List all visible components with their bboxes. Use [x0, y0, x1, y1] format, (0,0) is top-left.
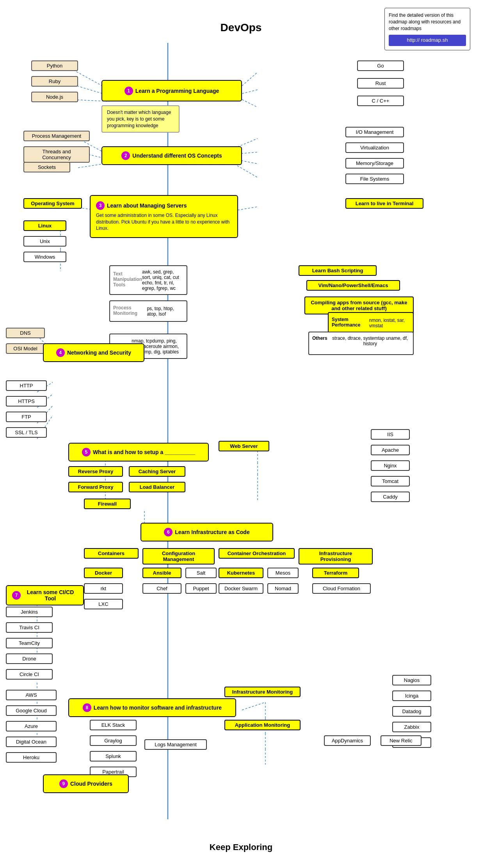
s5-main: 5 What is and how to setup a __________	[68, 443, 209, 462]
sys-perf-box: System Performance nmon, iostat, sar, vm…	[328, 312, 414, 334]
icinga-node: Icinga	[392, 690, 431, 701]
unix-node: Unix	[23, 236, 66, 247]
datadog-node: Datadog	[392, 706, 431, 717]
s3-main: 3 Learn about Managing Servers Get some …	[90, 195, 238, 238]
s6-label: Learn Infrastructure as Code	[175, 529, 249, 535]
proc-monitor-sub: ps, top, htop, atop, lsof	[147, 306, 183, 317]
app-monitoring-node: Application Monitoring	[224, 720, 301, 730]
process-mgmt-node: Process Management	[23, 131, 90, 141]
ssl-node: SSL / TLS	[6, 427, 47, 438]
google-cloud-node: Google Cloud	[6, 705, 57, 716]
azure-node: Azure	[6, 721, 57, 731]
threads-node: Threads and Concurrency	[23, 146, 90, 163]
terminal-node: Learn to live in Terminal	[345, 198, 423, 209]
elk-stack-node: ELK Stack	[90, 720, 137, 730]
graylog-node: Graylog	[90, 735, 137, 746]
s9-label: Cloud Providers	[70, 781, 112, 787]
io-mgmt-node: I/O Management	[345, 127, 404, 137]
cpp-node: C / C++	[357, 96, 404, 106]
splunk-node: Splunk	[90, 751, 137, 761]
text-manip-sub: awk, sed, grep, sort, uniq, cat, cut ech…	[142, 269, 183, 291]
linux-node: Linux	[23, 220, 66, 231]
chef-node: Chef	[142, 583, 181, 594]
svg-line-41	[242, 702, 265, 710]
digital-ocean-node: Digital Ocean	[6, 737, 57, 747]
roadmap-url[interactable]: http:// roadmap.sh	[389, 35, 466, 46]
nomad-node: Nomad	[267, 583, 299, 594]
svg-line-4	[242, 72, 258, 86]
s2-main: 2 Understand different OS Concepts	[101, 146, 242, 165]
mesos-node: Mesos	[267, 568, 299, 578]
virtualization-node: Virtualization	[345, 142, 404, 153]
iis-node: IIS	[371, 429, 410, 440]
text-manip-title: Text Manipulation Tools	[113, 271, 142, 288]
others-sub: strace, dtrace, systemtap uname, df, his…	[331, 335, 410, 346]
nodejs-node: Node.js	[31, 92, 78, 102]
https-node: HTTPS	[6, 396, 47, 406]
rust-node: Rust	[357, 78, 404, 89]
sys-perf-sub: nmon, iostat, sar, vmstat	[369, 318, 410, 328]
s1-main: 1 Learn a Programming Language	[101, 80, 242, 101]
svg-line-6	[242, 99, 258, 107]
load-balancer-node: Load Balancer	[129, 482, 185, 492]
s1-desc: Doesn't matter which language you pick, …	[101, 105, 180, 133]
sys-perf-title: System Performance	[332, 317, 369, 328]
s5-num: 5	[82, 448, 91, 456]
s7-label: Learn some CI/CD Tool	[23, 589, 78, 602]
container-orch-node: Container Orchestration	[219, 548, 295, 559]
roadmap-container: DevOps Find the detailed version of this…	[0, 0, 482, 868]
text-manip-box: Text Manipulation Tools awk, sed, grep, …	[109, 265, 187, 295]
svg-line-9	[78, 164, 103, 168]
firewall-node: Firewall	[84, 499, 131, 509]
lxc-node: LXC	[84, 599, 123, 609]
s1-num: 1	[125, 87, 133, 95]
windows-node: Windows	[23, 252, 66, 262]
s7-num: 7	[12, 591, 21, 600]
infra-prov-node: Infrastructure Provisioning	[299, 548, 373, 564]
osi-node: OSI Model	[6, 343, 45, 354]
caching-server-node: Caching Server	[129, 466, 185, 477]
new-relic-node: New Relic	[381, 735, 422, 746]
s8-main: 8 Learn how to monitor software and infr…	[68, 698, 236, 717]
dns-node: DNS	[6, 328, 45, 338]
containers-node: Containers	[84, 548, 139, 559]
filesystems-node: File Systems	[345, 174, 404, 184]
s8-num: 8	[83, 703, 91, 712]
http-node: HTTP	[6, 380, 47, 391]
keep-exploring: Keep Exploring	[210, 842, 272, 852]
jenkins-node: Jenkins	[6, 607, 53, 617]
proc-monitor-box: Process Monitoring ps, top, htop, atop, …	[109, 300, 187, 322]
s8-label: Learn how to monitor software and infras…	[94, 705, 222, 711]
config-mgmt-node: Configuration Management	[142, 548, 215, 564]
ruby-node: Ruby	[31, 76, 78, 87]
tomcat-node: Tomcat	[371, 476, 410, 486]
s7-main: 7 Learn some CI/CD Tool	[6, 585, 84, 605]
s2-num: 2	[121, 151, 130, 160]
s3-num: 3	[96, 201, 105, 210]
logs-mgmt-node: Logs Management	[144, 739, 207, 750]
s6-num: 6	[164, 528, 173, 536]
os-node: Operating System	[23, 198, 82, 209]
ftp-node: FTP	[6, 412, 47, 422]
info-box: Find the detailed version of this roadma…	[384, 8, 470, 50]
go-node: Go	[357, 60, 404, 71]
nginx-node: Nginx	[371, 460, 410, 471]
bash-node: Learn Bash Scripting	[299, 265, 377, 276]
s4-main: 4 Networking and Security	[43, 343, 144, 362]
s9-main: 9 Cloud Providers	[43, 774, 129, 793]
reverse-proxy-node: Reverse Proxy	[68, 466, 123, 477]
svg-line-5	[242, 90, 258, 94]
info-box-text: Find the detailed version of this roadma…	[389, 12, 461, 31]
rkt-node: rkt	[84, 583, 123, 594]
infra-monitoring-node: Infrastructure Monitoring	[224, 687, 301, 697]
proc-monitor-title: Process Monitoring	[113, 305, 147, 316]
salt-node: Salt	[185, 568, 217, 578]
kubernetes-node: Kubernetes	[219, 568, 263, 578]
heroku-node: Heroku	[6, 752, 57, 763]
vim-node: Vim/Nano/PowerShell/Emacs	[306, 280, 400, 291]
s5-label: What is and how to setup a __________	[93, 449, 195, 455]
nagios-node: Nagios	[392, 675, 431, 685]
page-title: DevOps	[221, 21, 262, 34]
svg-line-13	[234, 164, 258, 178]
s4-num: 4	[56, 348, 65, 357]
